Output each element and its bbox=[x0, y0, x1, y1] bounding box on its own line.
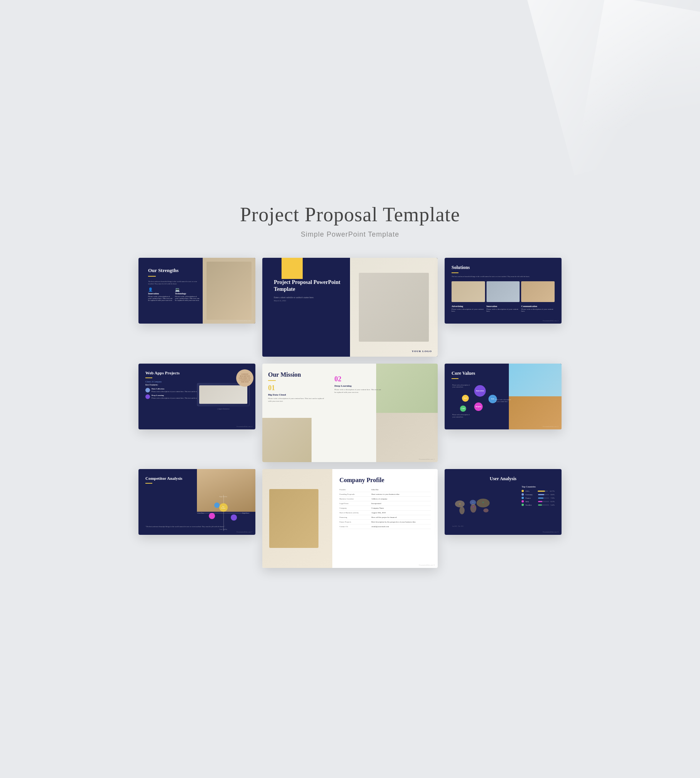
svg-point-8 bbox=[474, 502, 475, 503]
company-table: Founder John Doe Founding Proposals Shor… bbox=[339, 488, 431, 560]
bubble-excellence: Excel bbox=[462, 395, 469, 402]
page-title: Project Proposal Template bbox=[138, 203, 562, 226]
cp-row-start: Start of Business activity August 10th, … bbox=[339, 511, 431, 515]
mission-num-02: 02 bbox=[334, 375, 383, 383]
slide-useranalysis[interactable]: User Analysis bbox=[445, 469, 562, 535]
mission-num-01: 01 bbox=[268, 384, 327, 392]
comp-dot-our: OurProduct bbox=[219, 503, 228, 512]
slide-company[interactable]: Company Profile Founder John Doe Foundin… bbox=[262, 469, 438, 568]
ua-dot-germany bbox=[522, 493, 524, 496]
page-num-5: PresentationSlide.com | 5 bbox=[419, 458, 435, 460]
cv-label-2: Please write a description of your conte… bbox=[495, 399, 512, 402]
ua-dot-usa bbox=[522, 490, 524, 492]
chart-label-right: High Price bbox=[242, 512, 249, 514]
proposal-date: March 22, 2022 bbox=[274, 300, 349, 302]
yellow-accent bbox=[282, 258, 303, 279]
webapps-underline bbox=[145, 377, 152, 378]
svg-point-9 bbox=[473, 506, 474, 508]
cv-label-3: Please write a description of your conte… bbox=[452, 414, 472, 417]
innovation-name: Innovation bbox=[148, 292, 173, 295]
page-num-7: PresentationSlide.com | 7 bbox=[237, 531, 252, 533]
laptop-area: ◻ figure illustration bbox=[197, 383, 250, 410]
svg-point-1 bbox=[459, 507, 465, 514]
ua-row-germany: Germany 8.8% bbox=[522, 493, 555, 496]
cp-value-start: August 10th, 2019 bbox=[372, 512, 431, 514]
mission-name-02: Deep Learning bbox=[334, 384, 383, 387]
feature-dot-1 bbox=[145, 388, 150, 392]
svg-point-6 bbox=[459, 503, 461, 505]
solutions-underline bbox=[452, 272, 458, 273]
svg-point-3 bbox=[470, 504, 477, 513]
corevalues-underline bbox=[452, 378, 458, 379]
mission-desc-01: Please write a description of your conte… bbox=[268, 397, 327, 403]
bubble-integrity: Integrity bbox=[474, 402, 483, 411]
page-num-8: PresentationSlide.com | 8 bbox=[419, 564, 435, 566]
cp-label-location: Business Location bbox=[339, 498, 371, 500]
sol-photo-1 bbox=[452, 281, 485, 302]
webapps-title: Web Apps Projects bbox=[145, 371, 248, 376]
ua-bar-france-container bbox=[538, 498, 549, 499]
slide-mission[interactable]: Our Mission 01 Big Data Cloud Please wri… bbox=[262, 364, 438, 462]
cp-label-founding: Founding Proposals bbox=[339, 493, 371, 495]
cp-row-future: Future Projects Brief description by the… bbox=[339, 520, 431, 524]
slide-competitor[interactable]: Competitor Analysis "The best and most b… bbox=[138, 469, 255, 535]
mission-left: Our Mission 01 Big Data Cloud Please wri… bbox=[262, 364, 332, 462]
ua-bar-france bbox=[538, 498, 543, 499]
sol-item-advertising: Advertising Please write a description o… bbox=[452, 305, 485, 312]
sol-item-innovation: Innovation Please write a description of… bbox=[487, 305, 520, 312]
page-num-6: PresentationSlide.com | 6 bbox=[543, 426, 558, 427]
slide-webapps[interactable]: Web Apps Projects Client: A Company Key … bbox=[138, 364, 255, 429]
solutions-items: Advertising Please write a description o… bbox=[452, 305, 555, 312]
cp-label-legal: Legal Form bbox=[339, 503, 371, 504]
slide-proposal[interactable]: Project Proposal PowerPoint Template Ent… bbox=[262, 258, 438, 357]
ua-row-italy: Italy 6.5% bbox=[522, 500, 555, 503]
mission-desc-02: Please write a description of your conte… bbox=[334, 388, 383, 394]
cp-value-contact: email@youremail.com bbox=[372, 526, 431, 528]
world-map-svg bbox=[452, 486, 495, 528]
ua-percent-italy: 6.5% bbox=[551, 501, 555, 503]
page-wrapper: Project Proposal Template Simple PowerPo… bbox=[138, 203, 562, 575]
ua-bar-germany bbox=[538, 494, 544, 495]
mission-name-01: Big Data Cloud bbox=[268, 393, 327, 396]
mission-title: Our Mission bbox=[268, 371, 327, 378]
map-date: Jan 2021 - Dec 2021 bbox=[452, 526, 463, 527]
chart-label-top: High Quality bbox=[219, 496, 227, 498]
company-content: Company Profile Founder John Doe Foundin… bbox=[332, 469, 438, 568]
page-num-4: PresentationSlide.com | 4 bbox=[237, 426, 252, 427]
advertising-name: Advertising bbox=[452, 305, 485, 307]
ua-row-france: France 7.9% bbox=[522, 497, 555, 499]
company-title: Company Profile bbox=[339, 477, 431, 484]
mission-photo-1 bbox=[376, 364, 438, 413]
cp-value-company: Company Name bbox=[372, 507, 431, 509]
feature-innovation: 👤 Innovation Please write a description … bbox=[148, 287, 173, 301]
proposal-content: Project Proposal PowerPoint Template Ent… bbox=[272, 277, 351, 303]
strengths-title: Our Strengths bbox=[148, 267, 200, 274]
cp-label-future: Future Projects bbox=[339, 521, 371, 523]
slide-corevalues[interactable]: Core Values Innovation Tech Integrity Ex… bbox=[445, 364, 562, 429]
ua-dot-sweden bbox=[522, 504, 524, 506]
comp-dot-1 bbox=[209, 513, 215, 519]
ua-legend: Top Countries USA 12.7% Germany bbox=[522, 486, 555, 507]
competitor-underline bbox=[145, 483, 152, 484]
ua-country-usa: USA bbox=[525, 490, 536, 492]
technology-desc: Please write a description of your conte… bbox=[175, 296, 200, 301]
ua-bar-usa bbox=[538, 491, 545, 492]
slides-row-3: Competitor Analysis "The best and most b… bbox=[138, 469, 562, 568]
strengths-underline bbox=[148, 276, 156, 277]
cp-row-contact: Contact Us email@youremail.com bbox=[339, 524, 431, 529]
ua-bar-sweden-container bbox=[538, 504, 549, 506]
strengths-quote: The best and most beautiful things in th… bbox=[148, 280, 200, 285]
technology-icon: 💻 bbox=[175, 287, 200, 292]
cp-label-financing: Financing bbox=[339, 516, 371, 518]
ua-bar-sweden bbox=[538, 504, 542, 506]
communication-desc: Please write a description of your conte… bbox=[521, 308, 555, 312]
page-num-9: PresentationSlide.com | 9 bbox=[543, 531, 558, 533]
feature-dot-2 bbox=[145, 394, 150, 399]
mission-item-01: 01 Big Data Cloud Please write a descrip… bbox=[268, 384, 327, 403]
cp-label-company: Company bbox=[339, 507, 371, 509]
features-grid: 👤 Innovation Please write a description … bbox=[148, 287, 200, 301]
slide-strengths[interactable]: Our Strengths The best and most beautifu… bbox=[138, 258, 255, 324]
slide-solutions[interactable]: Solutions The best and most beautiful th… bbox=[445, 258, 562, 324]
page-header: Project Proposal Template Simple PowerPo… bbox=[138, 203, 562, 239]
ua-percent-germany: 8.8% bbox=[551, 494, 555, 496]
